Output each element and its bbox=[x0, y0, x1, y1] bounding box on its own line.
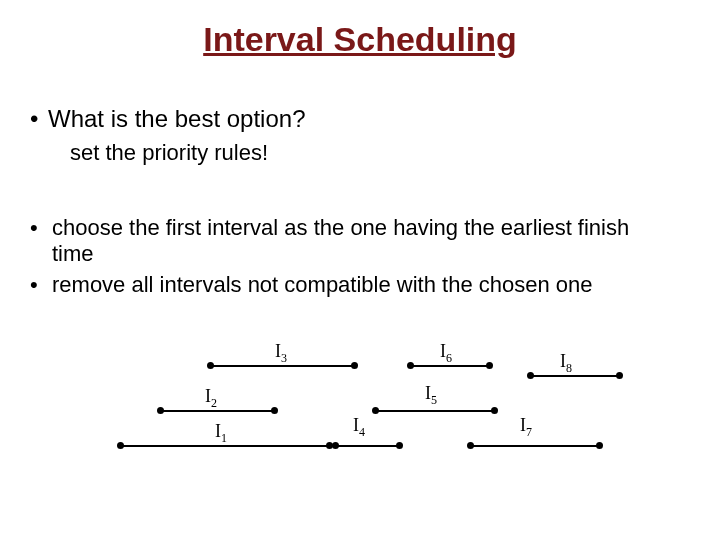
interval-i4 bbox=[335, 445, 400, 447]
bullet-rule-2: •remove all intervals not compatible wit… bbox=[30, 272, 690, 298]
interval-i5 bbox=[375, 410, 495, 412]
slide-title: Interval Scheduling bbox=[0, 20, 720, 59]
bullet-dot: • bbox=[30, 215, 52, 241]
bullet-question-text: What is the best option? bbox=[48, 105, 305, 132]
interval-i7 bbox=[470, 445, 600, 447]
label-i8: I8 bbox=[560, 351, 572, 376]
slide: Interval Scheduling •What is the best op… bbox=[0, 0, 720, 540]
bullet-rule-1-text: choose the first interval as the one hav… bbox=[52, 215, 672, 267]
label-i6: I6 bbox=[440, 341, 452, 366]
label-i4: I4 bbox=[353, 415, 365, 440]
interval-i2 bbox=[160, 410, 275, 412]
label-i1: I1 bbox=[215, 421, 227, 446]
interval-diagram: I3 I6 I8 I2 I5 I1 I4 I7 bbox=[100, 335, 620, 495]
bullet-rule-2-text: remove all intervals not compatible with… bbox=[52, 272, 672, 298]
bullet-dot: • bbox=[30, 105, 48, 133]
bullet-sub: set the priority rules! bbox=[70, 140, 268, 166]
bullet-dot: • bbox=[30, 272, 52, 298]
bullet-question: •What is the best option? bbox=[30, 105, 305, 133]
interval-i8 bbox=[530, 375, 620, 377]
label-i2: I2 bbox=[205, 386, 217, 411]
label-i7: I7 bbox=[520, 415, 532, 440]
bullet-rule-1: •choose the first interval as the one ha… bbox=[30, 215, 690, 267]
label-i5: I5 bbox=[425, 383, 437, 408]
label-i3: I3 bbox=[275, 341, 287, 366]
